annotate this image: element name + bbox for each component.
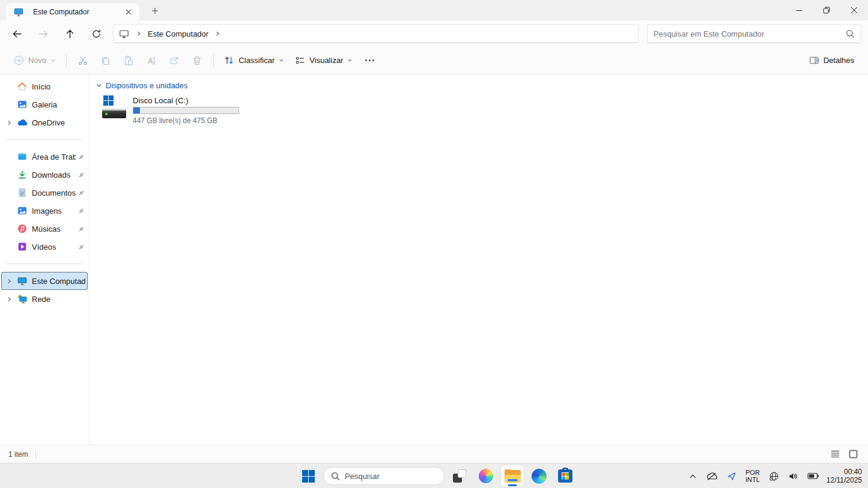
this-pc-icon <box>13 7 24 17</box>
copilot-icon <box>479 469 493 483</box>
copy-button[interactable] <box>94 50 117 71</box>
details-view-toggle-icon[interactable] <box>828 448 842 461</box>
share-button[interactable] <box>163 50 186 71</box>
sidebar-item-videos[interactable]: Vídeos <box>1 238 88 256</box>
breadcrumb-root[interactable]: Este Computador <box>144 28 212 40</box>
network-globe-icon[interactable] <box>767 469 781 483</box>
explorer-search-box <box>647 24 861 43</box>
sidebar-separator <box>6 264 83 264</box>
pin-icon <box>77 153 85 161</box>
details-pane-icon <box>809 55 819 65</box>
edge-button[interactable] <box>527 465 550 487</box>
group-devices-and-drives[interactable]: Dispositivos e unidades <box>96 79 868 91</box>
minimize-button[interactable] <box>785 0 813 20</box>
more-options-button[interactable] <box>358 50 381 71</box>
sort-button[interactable]: Classificar <box>219 50 290 71</box>
windows-logo-icon <box>103 95 114 106</box>
pin-icon <box>77 171 85 179</box>
network-icon <box>17 294 28 304</box>
copilot-button[interactable] <box>475 465 497 487</box>
explorer-search-input[interactable] <box>654 29 846 38</box>
chevron-right-icon[interactable] <box>1 296 17 303</box>
details-pane-button[interactable]: Detalhes <box>804 50 860 71</box>
taskbar-search-input[interactable] <box>345 472 451 481</box>
cut-button[interactable] <box>71 50 94 71</box>
sidebar-item-este-computador[interactable]: Este Computador <box>1 272 88 290</box>
sidebar-item-downloads[interactable]: Downloads <box>1 166 88 184</box>
breadcrumb-chevron-icon <box>136 31 142 37</box>
navigation-pane: Início Galeria OneDrive <box>0 74 90 445</box>
keyboard-language-indicator[interactable]: POR INTL <box>744 469 762 483</box>
back-button[interactable] <box>4 23 30 44</box>
chevron-down-icon <box>50 58 56 63</box>
plus-circle-icon <box>14 55 24 65</box>
sort-icon <box>224 55 234 65</box>
paste-button[interactable] <box>117 50 140 71</box>
sidebar-item-documentos[interactable]: Documentos <box>1 184 88 202</box>
large-icons-view-toggle-icon[interactable] <box>846 448 860 461</box>
onedrive-offline-icon[interactable] <box>704 470 720 483</box>
drive-c-item[interactable]: Disco Local (C:) 447 GB livre(s) de 475 … <box>102 95 300 125</box>
view-icon <box>295 55 305 65</box>
search-icon <box>331 472 340 481</box>
view-button-label: Visualizar <box>309 56 343 65</box>
keyboard-language: POR <box>745 469 760 476</box>
home-icon <box>17 82 28 91</box>
rename-button[interactable] <box>140 50 163 71</box>
edge-icon <box>532 469 547 484</box>
forward-button[interactable] <box>30 23 56 44</box>
onedrive-icon <box>17 119 28 126</box>
search-icon[interactable] <box>846 29 855 38</box>
new-tab-button[interactable] <box>148 4 162 17</box>
address-bar[interactable]: Este Computador <box>113 24 639 43</box>
sidebar-item-imagens[interactable]: Imagens <box>1 202 88 220</box>
new-button[interactable]: Novo <box>8 50 61 71</box>
music-icon <box>17 224 28 233</box>
ellipsis-icon <box>365 59 374 61</box>
volume-icon[interactable] <box>786 469 800 483</box>
start-button[interactable] <box>297 465 320 487</box>
sidebar-item-galeria[interactable]: Galeria <box>1 95 88 113</box>
battery-icon[interactable] <box>806 470 821 482</box>
tab-close-icon[interactable] <box>123 6 135 18</box>
chevron-right-icon[interactable] <box>1 119 17 126</box>
toolbar-separator <box>213 54 214 67</box>
breadcrumb-chevron-icon <box>214 31 220 37</box>
hidden-icons-chevron-icon[interactable] <box>687 471 699 482</box>
pin-icon <box>77 225 85 233</box>
windows-start-icon <box>302 470 315 483</box>
system-tray: POR INTL 00:40 12/11/2025 <box>687 463 864 488</box>
sidebar-item-area-de-trabalho[interactable]: Área de Trabalho <box>1 148 88 166</box>
sidebar-item-onedrive[interactable]: OneDrive <box>1 113 88 131</box>
refresh-button[interactable] <box>83 23 109 44</box>
delete-button[interactable] <box>186 50 208 71</box>
microsoft-store-button[interactable] <box>554 465 577 487</box>
file-explorer-button[interactable] <box>501 465 524 487</box>
pin-icon <box>77 243 85 251</box>
chevron-right-icon[interactable] <box>1 278 17 285</box>
hard-drive-icon <box>102 95 128 119</box>
videos-icon <box>17 242 28 252</box>
pictures-icon <box>17 206 28 215</box>
chevron-down-icon <box>347 58 353 63</box>
status-separator <box>35 450 36 459</box>
tab-este-computador[interactable]: Este Computador <box>6 3 139 20</box>
navigation-bar: Este Computador <box>0 20 868 47</box>
chevron-down-icon[interactable] <box>96 82 102 89</box>
clock[interactable]: 00:40 12/11/2025 <box>827 468 864 484</box>
explorer-body: Início Galeria OneDrive <box>0 74 868 445</box>
taskbar-search-box[interactable] <box>323 467 445 485</box>
task-view-button[interactable] <box>448 465 471 487</box>
close-button[interactable] <box>840 0 868 20</box>
restore-button[interactable] <box>813 0 840 20</box>
sort-button-label: Classificar <box>238 56 275 65</box>
window-controls <box>785 0 868 20</box>
location-in-use-icon[interactable] <box>725 469 738 483</box>
sidebar-item-inicio[interactable]: Início <box>1 77 88 95</box>
clock-date: 12/11/2025 <box>827 476 862 484</box>
view-button[interactable]: Visualizar <box>290 50 358 71</box>
desktop-icon <box>17 152 28 161</box>
sidebar-item-rede[interactable]: Rede <box>1 290 88 308</box>
up-button[interactable] <box>56 23 83 44</box>
sidebar-item-musicas[interactable]: Músicas <box>1 220 88 238</box>
